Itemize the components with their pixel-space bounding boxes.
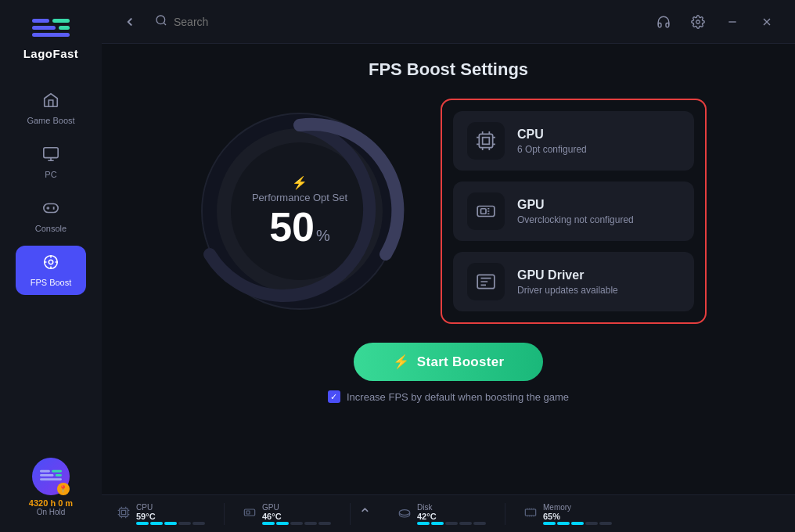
svg-rect-3 bbox=[59, 26, 70, 30]
svg-rect-29 bbox=[525, 509, 535, 516]
booster-section: ⚡ Start Booster ✓ Increase FPS by defaul… bbox=[328, 343, 569, 403]
search-input[interactable] bbox=[174, 16, 468, 28]
cpu-card-info: CPU 6 Opt configured bbox=[517, 128, 680, 155]
cpu-icon-box bbox=[467, 122, 505, 160]
bar-seg bbox=[599, 522, 612, 525]
status-disk-value: 42°C bbox=[417, 512, 486, 521]
svg-rect-11 bbox=[52, 470, 62, 473]
cpu-icon bbox=[476, 131, 496, 151]
status-cpu-icon bbox=[117, 506, 130, 522]
status-disk-icon bbox=[398, 506, 411, 522]
page-title: FPS Boost Settings bbox=[369, 59, 528, 80]
gauge-container: ⚡ Performance Opt Set 50 % bbox=[190, 102, 409, 321]
cpu-card[interactable]: CPU 6 Opt configured bbox=[453, 111, 694, 171]
svg-rect-0 bbox=[32, 19, 49, 23]
fps-checkbox[interactable]: ✓ bbox=[328, 390, 340, 403]
gpu-driver-card-subtitle: Driver updates available bbox=[517, 285, 680, 296]
svg-rect-22 bbox=[481, 209, 487, 214]
status-gpu-label: GPU bbox=[262, 503, 331, 512]
bar-seg bbox=[136, 522, 149, 525]
checkbox-row: ✓ Increase FPS by default when boosting … bbox=[328, 390, 569, 403]
sidebar-item-pc[interactable]: PC bbox=[16, 138, 86, 187]
gpu-driver-card-title: GPU Driver bbox=[517, 268, 680, 282]
bolt-icon: ⚡ bbox=[393, 354, 409, 370]
app-name: LagoFast bbox=[23, 47, 79, 60]
status-gpu-icon bbox=[243, 506, 256, 522]
svg-rect-4 bbox=[32, 33, 70, 37]
svg-point-8 bbox=[49, 260, 53, 264]
bar-seg bbox=[431, 522, 444, 525]
bar-seg bbox=[557, 522, 570, 525]
gpu-card-title: GPU bbox=[517, 198, 680, 212]
gpu-icon-box bbox=[467, 192, 505, 230]
user-time: 4320 h 0 m bbox=[29, 498, 73, 508]
svg-point-14 bbox=[156, 16, 165, 24]
bar-seg bbox=[318, 522, 331, 525]
sidebar-item-fps-boost[interactable]: FPS Boost bbox=[16, 246, 86, 295]
close-button[interactable] bbox=[754, 9, 779, 34]
bar-seg bbox=[459, 522, 472, 525]
svg-rect-1 bbox=[32, 26, 56, 30]
svg-rect-13 bbox=[40, 478, 62, 480]
svg-rect-12 bbox=[56, 474, 62, 476]
cpu-card-title: CPU bbox=[517, 128, 680, 142]
bar-seg bbox=[473, 522, 486, 525]
status-disk: Disk 42°C bbox=[380, 503, 505, 525]
svg-rect-27 bbox=[246, 511, 250, 514]
status-memory-value: 65% bbox=[543, 512, 612, 521]
sidebar-item-console[interactable]: Console bbox=[16, 192, 86, 241]
headset-button[interactable] bbox=[651, 9, 676, 34]
status-memory-icon bbox=[524, 506, 537, 522]
content-area: FPS Boost Settings bbox=[102, 44, 795, 494]
home-icon bbox=[42, 92, 59, 113]
gpu-driver-icon bbox=[476, 271, 496, 292]
search-bar bbox=[155, 14, 468, 30]
start-booster-button[interactable]: ⚡ Start Booster bbox=[354, 343, 544, 381]
gpu-card-info: GPU Overclocking not configured bbox=[517, 198, 680, 225]
logo-icon bbox=[32, 16, 70, 44]
svg-rect-25 bbox=[121, 510, 125, 514]
bar-seg bbox=[543, 522, 556, 525]
bar-seg bbox=[585, 522, 598, 525]
sidebar-label-game-boost: Game Boost bbox=[27, 116, 74, 125]
svg-rect-20 bbox=[483, 138, 490, 145]
gpu-driver-card[interactable]: GPU Driver Driver updates available bbox=[453, 252, 694, 311]
status-memory-bars bbox=[543, 522, 612, 525]
start-booster-label: Start Booster bbox=[417, 354, 505, 370]
gauge-value: 50 bbox=[269, 207, 315, 247]
search-icon bbox=[155, 14, 167, 30]
cpu-card-subtitle: 6 Opt configured bbox=[517, 144, 680, 155]
user-badge: 📍 bbox=[57, 483, 70, 495]
status-gpu-value: 46°C bbox=[262, 512, 331, 521]
status-disk-bars bbox=[417, 522, 486, 525]
bar-seg bbox=[164, 522, 177, 525]
status-cpu-value: 59°C bbox=[136, 512, 205, 521]
svg-rect-10 bbox=[40, 474, 54, 476]
status-cpu-label: CPU bbox=[136, 503, 205, 512]
user-area: 📍 4320 h 0 m On Hold bbox=[29, 450, 73, 524]
chevron-up-icon[interactable]: ⌃ bbox=[358, 505, 372, 523]
svg-point-15 bbox=[696, 20, 700, 23]
status-gpu-info: GPU 46°C bbox=[262, 503, 331, 525]
settings-button[interactable] bbox=[685, 9, 710, 34]
sidebar-item-game-boost[interactable]: Game Boost bbox=[16, 84, 86, 133]
back-button[interactable] bbox=[117, 9, 142, 34]
fps-checkbox-label: Increase FPS by default when boosting th… bbox=[347, 391, 569, 403]
status-disk-label: Disk bbox=[417, 503, 486, 512]
bar-seg bbox=[290, 522, 303, 525]
svg-rect-6 bbox=[44, 204, 58, 213]
nav-items: Game Boost PC Console bbox=[0, 84, 102, 450]
fps-content: ⚡ Performance Opt Set 50 % bbox=[125, 99, 772, 324]
svg-point-28 bbox=[399, 509, 409, 515]
fps-boost-icon bbox=[42, 253, 59, 275]
gauge-unit: % bbox=[316, 227, 330, 245]
gauge-label: Performance Opt Set bbox=[252, 192, 347, 203]
bar-seg bbox=[262, 522, 275, 525]
status-memory: Memory 65% bbox=[505, 503, 631, 525]
header bbox=[102, 0, 795, 44]
bar-seg bbox=[571, 522, 584, 525]
main-content: FPS Boost Settings bbox=[102, 0, 795, 532]
gpu-driver-icon-box bbox=[467, 263, 505, 300]
gpu-card[interactable]: GPU Overclocking not configured bbox=[453, 182, 694, 241]
minimize-button[interactable] bbox=[720, 9, 745, 34]
